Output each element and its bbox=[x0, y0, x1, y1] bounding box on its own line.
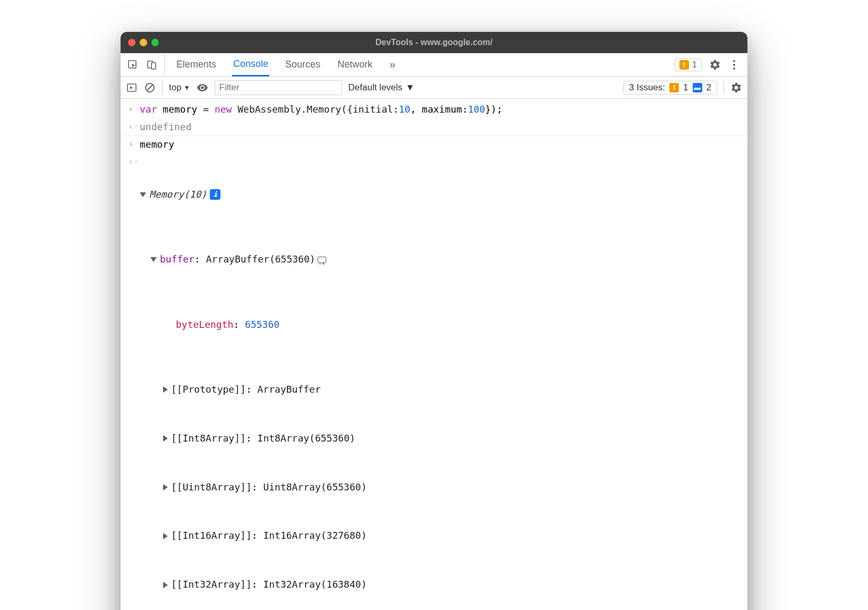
tabs-overflow[interactable]: » bbox=[388, 53, 396, 76]
inspect-icon[interactable] bbox=[127, 59, 139, 71]
issues-button[interactable]: 3 Issues: ! 1 ▬ 2 bbox=[623, 81, 717, 95]
tabbar: Elements Console Sources Network » ! 1 bbox=[121, 53, 747, 77]
property-key: [[Uint8Array]] bbox=[171, 479, 252, 496]
filter-input[interactable] bbox=[215, 80, 342, 95]
devtools-window: DevTools - www.google.com/ Elements Cons… bbox=[121, 32, 747, 610]
console-toolbar: top ▼ Default levels ▼ 3 Issues: ! 1 ▬ 2 bbox=[121, 77, 747, 99]
return-marker: ‹· bbox=[128, 119, 140, 135]
console-return-row[interactable]: ‹· Memory(10) i buffer: ArrayBuffer(6553… bbox=[121, 154, 747, 610]
expand-toggle-icon[interactable] bbox=[163, 582, 168, 588]
object-property[interactable]: [[Int32Array]]: Int32Array(163840) bbox=[140, 577, 740, 593]
object-property[interactable]: [[Int8Array]]: Int8Array(655360) bbox=[140, 430, 740, 447]
expand-toggle-icon[interactable] bbox=[140, 192, 146, 197]
svg-line-5 bbox=[147, 84, 153, 91]
issues-warn-count: 1 bbox=[683, 82, 688, 93]
expand-toggle-icon[interactable] bbox=[150, 257, 157, 262]
expand-toggle-icon[interactable] bbox=[163, 533, 168, 539]
warnings-badge[interactable]: ! 1 bbox=[675, 58, 702, 71]
kebab-menu-icon[interactable] bbox=[728, 59, 740, 71]
tab-console[interactable]: Console bbox=[232, 54, 269, 77]
console-input-row: › memory bbox=[121, 135, 747, 154]
warning-icon: ! bbox=[679, 60, 689, 70]
chevron-down-icon: ▼ bbox=[406, 82, 415, 93]
property-value: Int16Array(327680) bbox=[263, 528, 367, 544]
property-key: buffer bbox=[160, 251, 194, 268]
property-key: [[Int32Array]] bbox=[171, 577, 252, 593]
sidebar-toggle-icon[interactable] bbox=[126, 82, 138, 94]
chevron-down-icon: ▼ bbox=[184, 84, 190, 91]
eye-icon[interactable] bbox=[197, 82, 208, 94]
console-settings-icon[interactable] bbox=[730, 82, 742, 94]
object-property[interactable]: buffer: ArrayBuffer(655360) bbox=[140, 251, 740, 268]
property-key: [[Int16Array]] bbox=[171, 528, 252, 544]
warning-icon: ! bbox=[669, 83, 679, 92]
clear-console-icon[interactable] bbox=[144, 82, 156, 94]
property-value: Int32Array(163840) bbox=[263, 577, 367, 593]
property-key: byteLength bbox=[176, 317, 233, 333]
property-key: [[Int8Array]] bbox=[171, 430, 246, 447]
property-value: ArrayBuffer bbox=[258, 382, 321, 398]
log-levels-selector[interactable]: Default levels ▼ bbox=[348, 82, 415, 93]
object-name: Memory(10) bbox=[149, 187, 207, 203]
levels-label: Default levels bbox=[348, 82, 403, 93]
warning-count: 1 bbox=[692, 60, 697, 70]
close-button[interactable] bbox=[128, 39, 135, 46]
return-marker: ‹· bbox=[128, 154, 140, 610]
issues-label: 3 Issues: bbox=[629, 82, 665, 93]
info-icon: ▬ bbox=[693, 83, 702, 92]
tab-network[interactable]: Network bbox=[336, 53, 373, 76]
device-toggle-icon[interactable] bbox=[146, 59, 158, 71]
console-return-row: ‹· undefined bbox=[121, 118, 747, 136]
expand-toggle-icon[interactable] bbox=[163, 484, 168, 490]
code-line[interactable]: var memory = new WebAssembly.Memory({ini… bbox=[140, 101, 740, 118]
input-marker: › bbox=[128, 137, 140, 153]
object-property: byteLength: 655360 bbox=[140, 317, 740, 333]
context-selector[interactable]: top ▼ bbox=[169, 82, 190, 93]
property-value: Uint8Array(655360) bbox=[263, 479, 367, 496]
property-key: [[Prototype]] bbox=[171, 382, 246, 398]
input-marker: › bbox=[128, 101, 140, 118]
maximize-button[interactable] bbox=[151, 39, 159, 46]
minimize-button[interactable] bbox=[140, 39, 147, 46]
return-value: undefined bbox=[140, 119, 740, 135]
object-header[interactable]: Memory(10) i bbox=[140, 187, 740, 203]
object-property[interactable]: [[Uint8Array]]: Uint8Array(655360) bbox=[140, 479, 740, 496]
property-value: Int8Array(655360) bbox=[258, 430, 355, 447]
code-line[interactable]: memory bbox=[140, 137, 740, 153]
context-label: top bbox=[169, 82, 182, 93]
object-property[interactable]: [[Prototype]]: ArrayBuffer bbox=[140, 382, 740, 398]
tab-sources[interactable]: Sources bbox=[284, 53, 321, 76]
object-property[interactable]: [[Int16Array]]: Int16Array(327680) bbox=[140, 528, 740, 544]
property-value: ArrayBuffer(655360) bbox=[206, 251, 316, 268]
titlebar: DevTools - www.google.com/ bbox=[121, 32, 747, 53]
memory-inspector-icon[interactable] bbox=[318, 257, 326, 263]
console-input-row: › var memory = new WebAssembly.Memory({i… bbox=[121, 101, 747, 118]
expand-toggle-icon[interactable] bbox=[163, 435, 168, 442]
traffic-lights bbox=[128, 39, 159, 46]
window-title: DevTools - www.google.com/ bbox=[121, 38, 747, 47]
issues-info-count: 2 bbox=[707, 82, 711, 93]
property-value: 655360 bbox=[245, 317, 279, 333]
svg-rect-2 bbox=[151, 63, 156, 69]
settings-icon[interactable] bbox=[709, 59, 721, 71]
console-output: › var memory = new WebAssembly.Memory({i… bbox=[121, 99, 747, 610]
info-icon[interactable]: i bbox=[210, 189, 220, 200]
expand-toggle-icon[interactable] bbox=[163, 386, 168, 393]
tab-elements[interactable]: Elements bbox=[175, 53, 217, 76]
